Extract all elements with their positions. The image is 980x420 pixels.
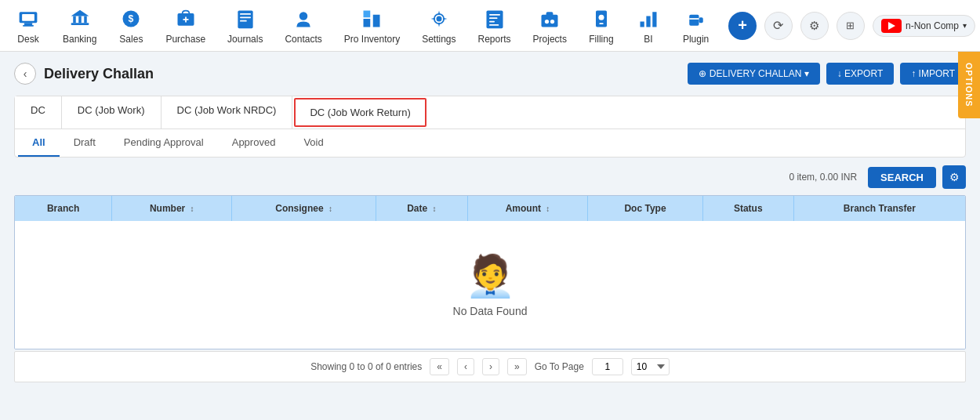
showing-text: Showing 0 to 0 of 0 entries [310, 361, 422, 372]
youtube-icon [881, 19, 902, 33]
status-tab-all[interactable]: All [18, 129, 60, 157]
svg-rect-1 [22, 14, 34, 21]
svg-rect-24 [486, 11, 503, 29]
table-wrapper: Branch Number ↕ Consignee ↕ Date ↕ [14, 195, 966, 349]
no-data-illustration: 🧑‍💼 [46, 252, 934, 300]
table-footer: Showing 0 to 0 of 0 entries « ‹ › » Go T… [14, 351, 966, 382]
nav-item-pro-inventory[interactable]: Pro Inventory [333, 3, 411, 48]
svg-rect-16 [240, 16, 251, 18]
tab-dc-job-work-nrdc[interactable]: DC (Job Work NRDC) [162, 96, 293, 129]
nav-label-bi: BI [644, 34, 652, 45]
col-status: Status [702, 196, 793, 221]
dropdown-arrow-icon: ▾ [963, 21, 967, 30]
prev-page-button[interactable]: ‹ [457, 358, 474, 375]
inventory-icon [359, 6, 384, 31]
no-data-text: No Data Found [46, 305, 934, 317]
col-branch: Branch [15, 196, 112, 221]
col-date[interactable]: Date ↕ [376, 196, 467, 221]
svg-rect-7 [84, 16, 87, 24]
export-button[interactable]: ↓ EXPORT [826, 63, 894, 85]
svg-rect-20 [373, 15, 380, 27]
purchase-icon [173, 6, 198, 31]
add-new-button[interactable]: + [728, 12, 757, 40]
main-content: ‹ Delivery Challan ⊕ DELIVERY CHALLAN ▾ … [0, 52, 980, 420]
options-sidebar[interactable]: OPTIONS [958, 52, 980, 118]
status-tab-draft[interactable]: Draft [60, 129, 110, 157]
next-page-button[interactable]: › [482, 358, 499, 375]
nav-label-banking: Banking [63, 34, 96, 45]
nav-item-settings[interactable]: Settings [411, 3, 466, 48]
svg-text:$: $ [129, 13, 134, 24]
search-button[interactable]: SEARCH [868, 167, 936, 188]
gear-button[interactable]: ⚙ [800, 12, 829, 40]
delivery-challan-label: ⊕ DELIVERY CHALLAN ▾ [699, 68, 808, 79]
tab-dc[interactable]: DC [15, 96, 62, 129]
svg-rect-38 [652, 12, 656, 27]
tab-dc-job-work[interactable]: DC (Job Work) [62, 96, 162, 129]
user-menu[interactable]: n-Non Comp ▾ [873, 15, 975, 37]
svg-rect-21 [364, 11, 371, 18]
nav-item-sales[interactable]: $ Sales [107, 3, 154, 48]
svg-point-18 [299, 12, 308, 20]
first-page-button[interactable]: « [430, 358, 449, 375]
col-consignee[interactable]: Consignee ↕ [232, 196, 376, 221]
col-amount[interactable]: Amount ↕ [467, 196, 587, 221]
nav-label-projects: Projects [533, 34, 567, 45]
svg-rect-8 [71, 23, 89, 25]
status-tab-void[interactable]: Void [289, 129, 337, 157]
refresh-button[interactable]: ⟳ [764, 12, 793, 40]
settings-icon [426, 6, 452, 31]
nav-item-projects[interactable]: Projects [522, 3, 578, 48]
sales-icon: $ [118, 6, 143, 31]
nav-label-settings: Settings [422, 34, 456, 45]
sort-arrows-consignee: ↕ [328, 205, 332, 213]
svg-rect-29 [542, 15, 558, 27]
col-number[interactable]: Number ↕ [112, 196, 232, 221]
svg-rect-37 [646, 16, 650, 27]
svg-rect-35 [599, 23, 603, 24]
svg-rect-28 [489, 24, 499, 26]
nav-item-journals[interactable]: Journals [216, 3, 274, 48]
svg-rect-15 [240, 13, 251, 15]
item-count: 0 item, 0.00 INR [789, 172, 857, 183]
nav-item-banking[interactable]: Banking [52, 3, 107, 48]
bi-icon [636, 6, 661, 31]
tab-dc-job-work-return[interactable]: DC (Job Work Return) [294, 98, 426, 127]
back-button[interactable]: ‹ [14, 63, 36, 85]
grid-button[interactable]: ⊞ [837, 12, 865, 40]
nav-item-reports[interactable]: Reports [467, 3, 522, 48]
no-data-row: 🧑‍💼 No Data Found [15, 221, 965, 349]
nav-item-plugin[interactable]: Plugin [672, 3, 720, 48]
desk-icon [16, 6, 41, 31]
user-name: n-Non Comp [906, 20, 959, 31]
header-buttons: ⊕ DELIVERY CHALLAN ▾ ↓ EXPORT ↑ IMPORT [688, 63, 966, 85]
page-header: ‹ Delivery Challan ⊕ DELIVERY CHALLAN ▾ … [14, 63, 966, 85]
delivery-challan-button[interactable]: ⊕ DELIVERY CHALLAN ▾ [688, 63, 819, 85]
nav-item-filling[interactable]: Filling [578, 3, 625, 48]
svg-rect-14 [238, 11, 252, 29]
last-page-button[interactable]: » [507, 358, 527, 375]
nav-item-bi[interactable]: BI [625, 3, 672, 48]
per-page-select[interactable]: 10 25 50 100 [631, 358, 670, 375]
import-button[interactable]: ↑ IMPORT [900, 63, 966, 85]
nav-label-filling: Filling [589, 34, 613, 45]
tabs-container: DC DC (Job Work) DC (Job Work NRDC) DC (… [14, 96, 966, 158]
plugin-icon [684, 6, 709, 31]
status-tab-pending-approval[interactable]: Pending Approval [110, 129, 218, 157]
nav-item-desk[interactable]: Desk [5, 3, 52, 48]
sort-arrows-amount: ↕ [546, 205, 550, 213]
banking-icon [67, 6, 93, 31]
column-settings-button[interactable]: ⚙ [942, 165, 966, 189]
nav-label-plugin: Plugin [683, 34, 709, 45]
nav-label-purchase: Purchase [165, 34, 205, 45]
svg-rect-40 [699, 17, 702, 23]
status-tab-approved[interactable]: Approved [218, 129, 290, 157]
import-label: ↑ IMPORT [911, 68, 955, 79]
svg-rect-27 [489, 21, 495, 23]
nav-item-purchase[interactable]: Purchase [154, 3, 216, 48]
page-number-input[interactable] [592, 358, 623, 375]
col-branch-transfer: Branch Transfer [793, 196, 965, 221]
svg-marker-4 [71, 10, 89, 16]
nav-item-contacts[interactable]: Contacts [274, 3, 332, 48]
nav-label-sales: Sales [119, 34, 143, 45]
